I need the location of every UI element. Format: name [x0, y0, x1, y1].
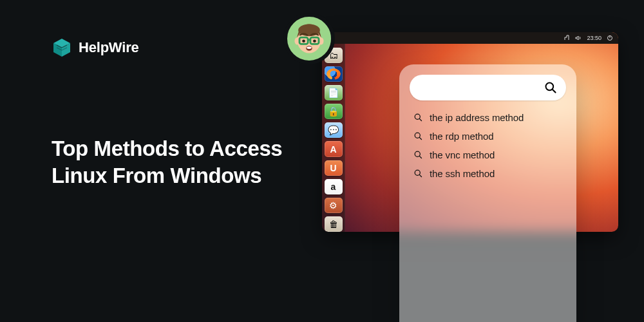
svg-line-21	[419, 137, 421, 139]
clock: 23:50	[587, 35, 601, 41]
search-icon	[413, 150, 423, 160]
svg-point-15	[307, 46, 312, 49]
launcher-libreoffice-icon[interactable]: 📄	[325, 85, 343, 100]
search-suggestion[interactable]: the rdp method	[413, 131, 566, 142]
launcher-trash-icon[interactable]: 🗑	[325, 216, 343, 232]
launcher-ubuntu-one-icon[interactable]: U	[325, 160, 343, 176]
brand-name: HelpWire	[79, 39, 139, 56]
search-suggestion[interactable]: the ip address method	[413, 112, 566, 123]
search-suggestion[interactable]: the vnc method	[413, 149, 566, 160]
launcher-amazon-icon[interactable]: a	[325, 179, 343, 194]
ubuntu-top-bar: 23:50	[322, 32, 618, 44]
suggestion-label: the ssh method	[430, 168, 495, 179]
svg-line-25	[419, 175, 421, 176]
network-icon	[564, 35, 570, 41]
search-icon	[544, 81, 557, 94]
launcher-chat-icon[interactable]: 💬	[325, 122, 343, 138]
unity-launcher: 🗂 📄 🔒 💬 A U a ⚙ 🗑	[322, 44, 345, 232]
svg-point-13	[313, 39, 316, 43]
search-icon	[413, 113, 423, 122]
svg-line-19	[419, 118, 421, 120]
launcher-fonts-icon[interactable]: A	[325, 141, 343, 156]
suggestion-label: the vnc method	[430, 149, 495, 160]
search-panel: the ip address method the rdp method the…	[399, 64, 576, 322]
launcher-settings-icon[interactable]: ⚙	[325, 198, 343, 213]
suggestion-label: the rdp method	[430, 131, 494, 142]
avatar	[283, 13, 335, 64]
power-icon	[607, 35, 613, 41]
suggestion-label: the ip address method	[430, 112, 524, 123]
avatar-memoji-icon	[290, 19, 328, 58]
search-suggestion[interactable]: the ssh method	[413, 168, 566, 179]
brand-logo: HelpWire	[52, 37, 139, 58]
svg-line-23	[419, 156, 421, 158]
search-icon	[413, 131, 423, 141]
search-input[interactable]	[410, 75, 566, 100]
launcher-lock-icon[interactable]: 🔒	[325, 104, 343, 119]
brand-logo-mark	[52, 37, 72, 58]
search-suggestions: the ip address method the rdp method the…	[410, 112, 566, 179]
sound-icon	[575, 35, 582, 41]
svg-point-12	[302, 39, 305, 43]
page-title: Top Methods to Access Linux From Windows	[52, 135, 296, 189]
launcher-firefox-icon[interactable]	[325, 66, 343, 82]
svg-line-17	[553, 90, 556, 93]
search-icon	[413, 169, 423, 178]
